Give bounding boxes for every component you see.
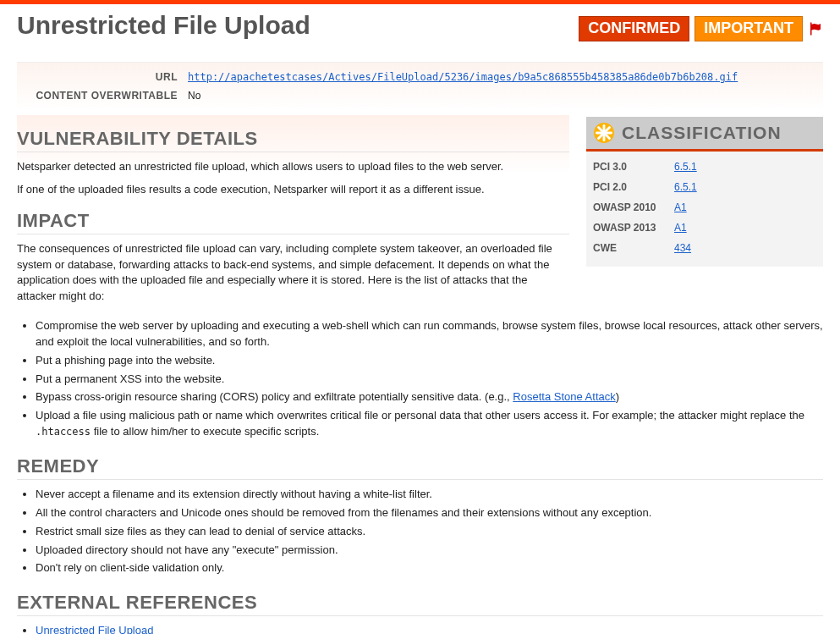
asterisk-icon — [593, 122, 615, 144]
classification-row: OWASP 2013A1 — [590, 218, 820, 238]
meta-table: URL http://apachetestcases/Actives/FileU… — [17, 62, 823, 110]
classification-key: CWE — [593, 242, 669, 254]
list-item: Put a phishing page into the website. — [36, 353, 823, 369]
classification-row: PCI 3.06.5.1 — [590, 157, 820, 177]
list-item: Compromise the web server by uploading a… — [36, 318, 823, 350]
classification-link[interactable]: 6.5.1 — [674, 181, 697, 193]
list-item: Restrict small size files as they can le… — [36, 524, 823, 540]
rosetta-link[interactable]: Rosetta Stone Attack — [513, 390, 615, 403]
list-item: Uploaded directory should not have any "… — [36, 543, 823, 559]
severity-badge: IMPORTANT — [695, 16, 803, 41]
list-item: Put a permanent XSS into the website. — [36, 372, 823, 388]
classification-key: OWASP 2013 — [593, 222, 669, 234]
refs-heading: EXTERNAL REFERENCES — [17, 592, 823, 616]
classification-link[interactable]: A1 — [674, 222, 687, 234]
meta-url-label: URL — [17, 71, 178, 83]
list-item: Don't rely on client-side validation onl… — [36, 560, 823, 576]
meta-overwrite-value: No — [188, 90, 823, 102]
code-text: .htaccess — [36, 426, 91, 438]
list-item: Upload a file using malicious path or na… — [36, 408, 823, 440]
impact-heading: IMPACT — [17, 210, 569, 234]
classification-row: CWE434 — [590, 238, 820, 258]
remedy-heading: REMEDY — [17, 455, 823, 480]
list-item: Bypass cross-origin resource sharing (CO… — [36, 389, 823, 405]
vuln-heading: VULNERABILITY DETAILS — [17, 128, 569, 152]
classification-link[interactable]: 6.5.1 — [674, 161, 697, 173]
remedy-list: Never accept a filename and its extensio… — [36, 487, 823, 576]
meta-url-link[interactable]: http://apachetestcases/Actives/FileUploa… — [188, 71, 738, 83]
classification-box: CLASSIFICATION PCI 3.06.5.1PCI 2.06.5.1O… — [586, 117, 823, 267]
list-item: Never accept a filename and its extensio… — [36, 487, 823, 503]
vuln-para: Netsparker detected an unrestricted file… — [17, 159, 569, 175]
classification-heading: CLASSIFICATION — [622, 123, 782, 143]
flag-icon — [808, 21, 823, 36]
classification-row: OWASP 2010A1 — [590, 197, 820, 218]
classification-key: OWASP 2010 — [593, 201, 669, 213]
classification-key: PCI 3.0 — [593, 161, 669, 173]
reference-link[interactable]: Unrestricted File Upload — [36, 624, 153, 634]
classification-link[interactable]: 434 — [674, 242, 691, 254]
classification-link[interactable]: A1 — [674, 201, 687, 213]
list-item: All the control characters and Unicode o… — [36, 505, 823, 521]
classification-key: PCI 2.0 — [593, 181, 669, 193]
meta-overwrite-label: CONTENT OVERWRITABLE — [17, 90, 178, 102]
vuln-para: If one of the uploaded files results a c… — [17, 182, 569, 198]
classification-row: PCI 2.06.5.1 — [590, 177, 820, 197]
list-item: Unrestricted File Upload — [36, 623, 823, 634]
impact-intro: The consequences of unrestricted file up… — [17, 241, 569, 305]
confirmed-badge: CONFIRMED — [579, 16, 689, 41]
impact-list: Compromise the web server by uploading a… — [36, 318, 823, 440]
refs-list: Unrestricted File Upload — [36, 623, 823, 634]
